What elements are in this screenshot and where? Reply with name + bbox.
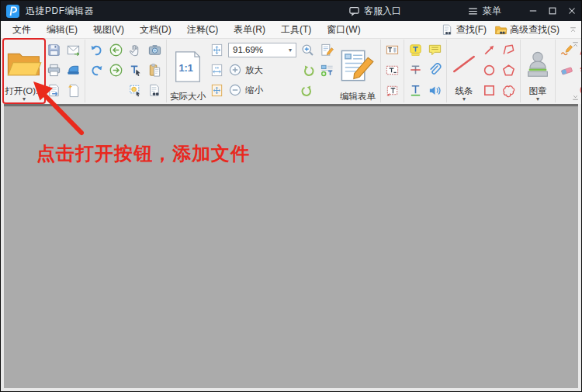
rotate-right-button[interactable] bbox=[298, 80, 317, 100]
loupe-button[interactable] bbox=[298, 40, 317, 60]
service-entry-label: 客服入口 bbox=[364, 5, 401, 18]
menu-item-7[interactable]: 工具(T) bbox=[273, 22, 319, 38]
menubar-right: 查找(F)高级查找(S) bbox=[441, 23, 577, 36]
eraser-icon bbox=[559, 63, 574, 78]
select-text-button[interactable] bbox=[126, 60, 145, 80]
edit-form-button[interactable]: 编辑表单 bbox=[337, 40, 379, 102]
advanced-find-folder-icon bbox=[494, 23, 508, 36]
scan-button[interactable] bbox=[64, 60, 83, 80]
line-button[interactable]: 线条▾ bbox=[449, 40, 480, 102]
canvas-frame bbox=[1, 104, 581, 391]
highlight-text-button[interactable] bbox=[406, 40, 425, 60]
actual-size-button[interactable]: 1:1实际大小 bbox=[168, 40, 207, 102]
text-box-icon bbox=[385, 63, 400, 78]
edit-form-icon bbox=[338, 42, 377, 92]
text-box-button[interactable] bbox=[383, 60, 402, 80]
chevron-down-icon: ▾ bbox=[285, 47, 296, 54]
sound-button[interactable] bbox=[425, 80, 445, 100]
polyline-shape-button[interactable] bbox=[499, 40, 518, 60]
paste-button[interactable] bbox=[145, 60, 165, 80]
toolbar: 打开(O)...▾1:1实际大小91.69%▾放大缩小编辑表单线条▾图章▾距离周… bbox=[1, 39, 581, 104]
text-field-button[interactable] bbox=[383, 40, 402, 60]
text-field-icon bbox=[385, 43, 400, 57]
rotate-left-button[interactable] bbox=[298, 60, 317, 80]
fit-page-button[interactable] bbox=[207, 40, 227, 60]
toolbar-column bbox=[480, 40, 499, 102]
collapse-up-icon[interactable] bbox=[571, 40, 580, 49]
minimize-button[interactable] bbox=[523, 1, 542, 21]
arrow-shape-button[interactable] bbox=[480, 40, 499, 60]
stamp-button[interactable]: 图章▾ bbox=[522, 40, 553, 102]
maximize-icon bbox=[547, 5, 558, 16]
comment-button[interactable] bbox=[425, 40, 445, 60]
search-document-button[interactable] bbox=[145, 80, 165, 100]
select-object-button[interactable] bbox=[126, 80, 145, 100]
menu-item-6[interactable]: 表单(R) bbox=[226, 22, 273, 38]
rectangle-shape-button[interactable] bbox=[480, 80, 499, 100]
menu-button[interactable]: 菜单 bbox=[467, 5, 501, 18]
edit-content-button[interactable] bbox=[317, 40, 337, 60]
close-button[interactable] bbox=[562, 1, 581, 21]
menu-item-5[interactable]: 注释(C) bbox=[179, 22, 227, 38]
menu-item-4[interactable]: 文档(D) bbox=[132, 22, 179, 38]
strikeout-text-button[interactable] bbox=[406, 60, 425, 80]
service-entry-button[interactable]: 客服入口 bbox=[348, 5, 401, 18]
menu-item-2[interactable]: 编辑(E) bbox=[39, 22, 85, 38]
attachment-button[interactable] bbox=[425, 60, 445, 80]
cloud-shape-button[interactable] bbox=[499, 80, 518, 100]
menu-item-1[interactable]: 文件 bbox=[5, 22, 39, 38]
email-button[interactable] bbox=[64, 40, 83, 60]
toolbar-group-view: 1:1实际大小91.69%▾放大缩小编辑表单 bbox=[167, 40, 381, 102]
maximize-button[interactable] bbox=[542, 1, 562, 21]
paste-icon bbox=[147, 63, 162, 78]
new-document-button[interactable] bbox=[64, 80, 83, 100]
open-button[interactable]: 打开(O)...▾ bbox=[4, 40, 44, 102]
advanced-find-button[interactable]: 高级查找(S) bbox=[494, 23, 559, 36]
save-button[interactable] bbox=[44, 40, 64, 60]
collapse-up-icon[interactable] bbox=[569, 26, 577, 34]
fit-width-button[interactable] bbox=[207, 60, 227, 80]
redo-button[interactable] bbox=[87, 60, 106, 80]
find-document-icon bbox=[441, 23, 454, 36]
hand-tool-button[interactable] bbox=[126, 40, 145, 60]
add-text-button[interactable] bbox=[317, 60, 337, 80]
undo-button[interactable] bbox=[87, 40, 106, 60]
polygon-shape-button[interactable] bbox=[499, 60, 518, 80]
text-cursor-button[interactable] bbox=[383, 80, 402, 100]
eraser-button[interactable] bbox=[557, 60, 577, 80]
collapse-down-icon[interactable] bbox=[571, 93, 580, 102]
forward-button[interactable] bbox=[106, 60, 126, 80]
zoom-level-select[interactable]: 91.69%▾ bbox=[228, 43, 296, 57]
zoom-in-button[interactable]: 放大 bbox=[227, 60, 298, 80]
toolbar-column bbox=[298, 40, 317, 102]
strikeout-text-icon bbox=[408, 63, 423, 78]
menu-item-3[interactable]: 视图(V) bbox=[85, 22, 132, 38]
forward-icon bbox=[109, 63, 123, 78]
menu-items: 文件编辑(E)视图(V)文档(D)注释(C)表单(R)工具(T)窗口(W) bbox=[5, 22, 369, 38]
text-cursor-icon bbox=[385, 83, 400, 98]
zoom-out-button-label: 缩小 bbox=[245, 85, 263, 96]
document-canvas[interactable] bbox=[4, 104, 578, 388]
snapshot-button[interactable] bbox=[145, 40, 165, 60]
export-button[interactable] bbox=[44, 80, 64, 100]
find-button[interactable]: 查找(F) bbox=[441, 23, 487, 36]
redo-icon bbox=[89, 63, 104, 78]
underline-text-button[interactable] bbox=[406, 80, 425, 100]
email-icon bbox=[66, 43, 81, 57]
print-button[interactable] bbox=[44, 60, 64, 80]
fit-width-icon bbox=[210, 63, 224, 78]
toolbar-column bbox=[499, 40, 518, 102]
perimeter-button[interactable]: 周长 bbox=[577, 60, 582, 80]
actual-size-icon: 1:1 bbox=[170, 42, 206, 92]
fit-visible-button[interactable] bbox=[207, 80, 227, 100]
ellipse-shape-button[interactable] bbox=[480, 60, 499, 80]
undo-icon bbox=[89, 43, 104, 57]
menu-item-8[interactable]: 窗口(W) bbox=[319, 22, 368, 38]
back-button[interactable] bbox=[106, 40, 126, 60]
zoom-out-button[interactable]: 缩小 bbox=[227, 80, 298, 100]
app-window: 迅捷PDF编辑器 客服入口 菜单 文件编辑(E)视图(V)文档(D)注释(C)表… bbox=[0, 0, 582, 392]
toolbar-column bbox=[207, 40, 227, 102]
back-icon bbox=[109, 43, 123, 57]
rotate-right-icon bbox=[300, 83, 315, 98]
fit-visible-icon bbox=[210, 83, 224, 98]
